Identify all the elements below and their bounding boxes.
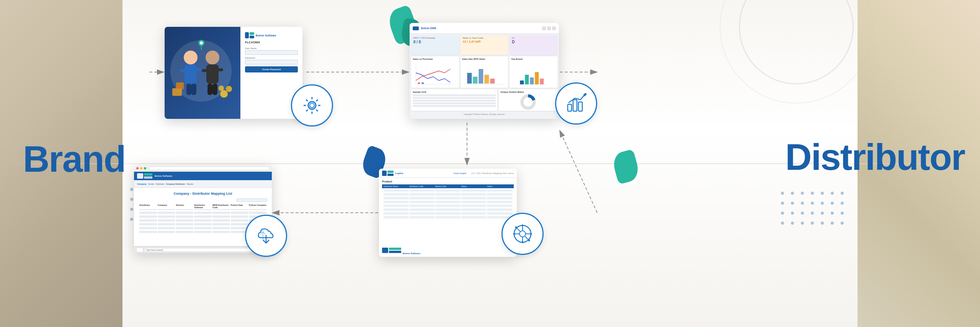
svg-rect-32 <box>250 36 254 38</box>
password-field: Password <box>245 57 298 64</box>
svg-rect-47 <box>540 79 544 84</box>
svg-point-105 <box>130 208 133 211</box>
svg-rect-56 <box>387 174 394 176</box>
svg-point-130 <box>821 202 824 205</box>
search-area <box>139 199 267 202</box>
svg-rect-12 <box>180 69 185 72</box>
distributor-label: Distributor <box>785 136 965 178</box>
create-supplier-link: Create Supplier <box>453 172 467 174</box>
svg-rect-14 <box>186 84 191 95</box>
svg-point-88 <box>530 233 532 235</box>
svg-point-24 <box>220 90 228 98</box>
svg-rect-70 <box>568 104 572 111</box>
table-row <box>382 204 514 207</box>
svg-point-90 <box>528 240 530 242</box>
svg-point-119 <box>781 192 784 195</box>
table-row <box>139 211 267 214</box>
svg-point-131 <box>831 202 834 205</box>
svg-point-86 <box>522 242 524 243</box>
svg-rect-23 <box>176 82 184 89</box>
logiiris-header: LogiIris Create Supplier 1/1 | 100 | Dis… <box>379 169 517 178</box>
svg-point-121 <box>801 192 804 195</box>
svg-rect-21 <box>212 84 217 95</box>
svg-point-144 <box>821 222 824 225</box>
chart-unique-outlets: Unique Outlets Billed <box>499 89 557 111</box>
svg-point-138 <box>831 212 834 215</box>
svg-point-87 <box>513 233 515 235</box>
svg-point-129 <box>811 202 814 205</box>
svg-rect-52 <box>144 173 152 176</box>
chart-icon-circle <box>555 82 597 125</box>
table-row <box>382 216 514 219</box>
kpi-row: MTD / YTD Purchase 0 / 0 Billed vs Total… <box>410 34 559 55</box>
svg-point-140 <box>781 222 784 225</box>
dash-menu-icon <box>413 26 419 30</box>
svg-point-89 <box>515 227 517 228</box>
chart-sales-purchase: Sales vs Purchase <box>411 56 459 88</box>
svg-point-26 <box>219 85 224 91</box>
login-illustration <box>165 27 240 119</box>
logo-text: Botree Software <box>256 34 276 37</box>
svg-point-126 <box>781 202 784 205</box>
svg-rect-55 <box>387 171 394 173</box>
dashboard-card: Botree DMS MTD / YTD Purchase 0 / 0 Bill… <box>410 23 559 119</box>
svg-rect-40 <box>484 75 489 84</box>
svg-point-143 <box>811 222 814 225</box>
svg-point-28 <box>200 41 203 44</box>
svg-point-142 <box>801 222 804 225</box>
svg-rect-41 <box>490 79 495 84</box>
svg-point-141 <box>791 222 794 225</box>
svg-point-139 <box>841 212 844 215</box>
svg-rect-59 <box>389 251 401 253</box>
login-button[interactable]: Create Password <box>245 66 298 72</box>
svg-rect-46 <box>535 72 539 84</box>
dash-app-name: Botree DMS <box>421 27 540 30</box>
svg-point-124 <box>831 192 834 195</box>
chart-top-brand: Top Brand <box>510 56 557 88</box>
svg-line-66 <box>316 110 318 111</box>
svg-rect-17 <box>206 64 219 84</box>
svg-point-85 <box>522 225 524 227</box>
svg-rect-39 <box>479 69 483 84</box>
svg-rect-71 <box>573 100 577 111</box>
svg-line-68 <box>316 100 318 101</box>
svg-rect-38 <box>473 77 477 84</box>
table-row <box>382 212 514 215</box>
sync-icon-circle <box>245 215 287 257</box>
kpi-billed: Billed vs Total Outlet 13 / 1,37,025 <box>461 35 508 55</box>
svg-rect-31 <box>250 32 254 35</box>
svg-point-10 <box>184 51 198 64</box>
app-title: Botree Software <box>155 175 172 177</box>
svg-point-78 <box>519 231 526 237</box>
svg-point-132 <box>841 202 844 205</box>
mapping-app-header: Botree Software <box>134 172 272 180</box>
kpi-purchase: MTD / YTD Purchase 0 / 0 <box>411 35 459 55</box>
dashboard-footer: Copyright © Botree Software. All rights … <box>410 112 559 116</box>
company-name: FLCXOMS <box>245 41 298 44</box>
table-row <box>139 219 267 222</box>
svg-point-98 <box>130 198 133 201</box>
chart-sample-grid: Sample Grid <box>411 89 497 111</box>
svg-point-120 <box>791 192 794 195</box>
browser-bar <box>134 165 272 172</box>
table-row <box>382 208 514 211</box>
bottom-row: Sample Grid Unique Outlets Billed <box>410 89 559 112</box>
svg-rect-72 <box>578 102 582 111</box>
chart-sales-hier: Sales Hier MTD Sales <box>461 56 508 88</box>
svg-point-146 <box>841 222 844 225</box>
svg-rect-18 <box>202 69 207 72</box>
svg-rect-53 <box>144 176 152 179</box>
svg-point-127 <box>791 202 794 205</box>
svg-point-133 <box>781 212 784 215</box>
svg-line-67 <box>306 110 308 111</box>
svg-rect-30 <box>245 32 249 38</box>
svg-rect-35 <box>418 82 420 84</box>
svg-rect-36 <box>421 82 424 84</box>
footer-brand-text: Botree Software <box>403 252 420 255</box>
svg-point-122 <box>811 192 814 195</box>
svg-rect-37 <box>467 73 472 84</box>
pagination: 1/1 | 100 | Distributor Mapping Tool | d… <box>471 172 514 174</box>
svg-point-145 <box>831 222 834 225</box>
svg-rect-45 <box>530 77 534 84</box>
svg-rect-11 <box>185 64 197 84</box>
